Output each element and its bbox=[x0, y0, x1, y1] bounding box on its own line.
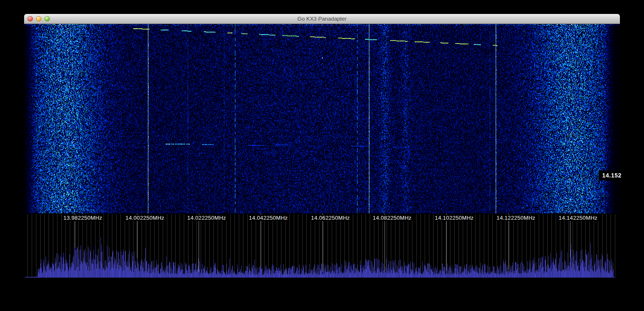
desktop: { "window": { "title": "Go KX3 Panadapte… bbox=[0, 0, 644, 311]
window-title: Go KX3 Panadapter bbox=[24, 14, 620, 24]
title-bar[interactable]: Go KX3 Panadapter bbox=[24, 14, 620, 24]
frequency-tick-label: 14.002250MHz bbox=[124, 215, 166, 221]
frequency-scale: 13.982250MHz14.002250MHz14.022250MHz14.0… bbox=[24, 213, 620, 284]
app-window: Go KX3 Panadapter 13.982250MHz14.002250M… bbox=[24, 14, 620, 284]
frequency-tick-label: 14.062250MHz bbox=[310, 215, 351, 221]
waterfall-display[interactable] bbox=[24, 24, 620, 213]
frequency-tick-label: 14.122250MHz bbox=[495, 215, 537, 221]
frequency-tick-label: 14.042250MHz bbox=[248, 215, 289, 221]
frequency-tick-label: 14.022250MHz bbox=[186, 215, 227, 221]
vfo-frequency-marker: 14.152 bbox=[599, 170, 620, 180]
frequency-tick-label: 13.982250MHz bbox=[62, 215, 104, 221]
frequency-tick-label: 14.102250MHz bbox=[434, 215, 475, 221]
spectrum-display[interactable] bbox=[24, 213, 620, 278]
frequency-tick-label: 14.142250MHz bbox=[557, 215, 599, 221]
frequency-tick-label: 14.082250MHz bbox=[371, 215, 413, 221]
